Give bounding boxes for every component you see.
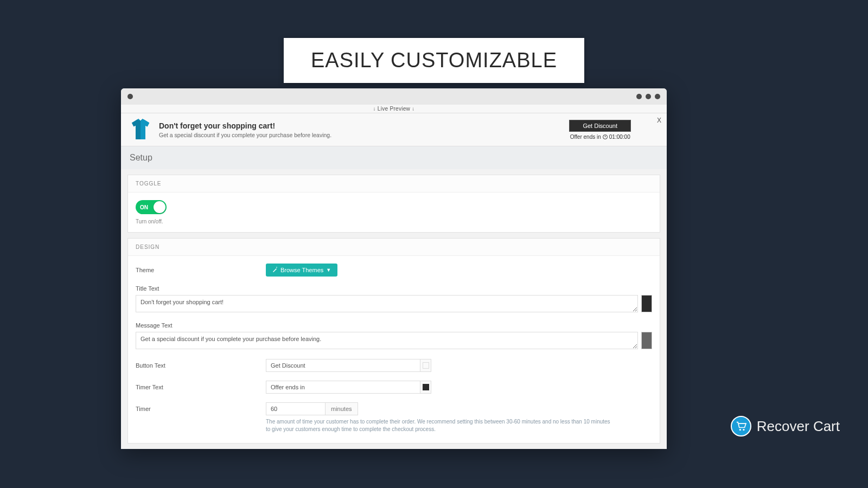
message-text-input[interactable]: Get a special discount if you complete y…	[136, 332, 638, 349]
magic-wand-icon	[272, 267, 278, 273]
preview-title: Don't forget your shopping cart!	[159, 121, 569, 130]
toggle-panel: TOGGLE ON Turn on/off.	[127, 175, 660, 233]
preview-subtitle: Get a special discount if you complete y…	[159, 132, 569, 138]
design-section-title: DESIGN	[128, 239, 660, 256]
browser-chrome	[121, 88, 667, 105]
button-text-row: Button Text	[136, 359, 652, 372]
button-text-input[interactable]	[266, 359, 420, 372]
browser-window: ↓ Live Preview ↓ Don't forget your shopp…	[121, 88, 667, 449]
theme-label: Theme	[136, 264, 266, 273]
message-text-color-swatch[interactable]	[641, 332, 652, 349]
title-text-row: Title Text Don't forget your shopping ca…	[136, 285, 652, 312]
get-discount-button[interactable]: Get Discount	[569, 120, 631, 132]
window-dot	[636, 94, 642, 99]
timer-unit: minutes	[326, 402, 358, 415]
arrow-down-icon: ↓	[373, 106, 375, 112]
svg-point-1	[743, 429, 744, 431]
button-text-label: Button Text	[136, 359, 266, 369]
message-text-label: Message Text	[136, 322, 652, 329]
arrow-down-icon: ↓	[412, 106, 414, 112]
headline-text: Easily customizable	[311, 49, 557, 72]
toggle-section-title: TOGGLE	[128, 175, 660, 192]
timer-text-input[interactable]	[266, 381, 420, 394]
brand-logo: Recover Cart	[731, 416, 840, 436]
timer-help-text: The amount of time your customer has to …	[266, 418, 613, 433]
live-preview-bar: ↓ Live Preview ↓	[121, 105, 667, 113]
timer-text-row: Timer Text	[136, 381, 652, 394]
window-dot	[655, 94, 660, 99]
window-dot	[127, 94, 133, 99]
setup-heading: Setup	[121, 146, 667, 169]
svg-point-0	[739, 429, 741, 431]
timer-prefix: Offer ends in	[570, 134, 601, 140]
enable-toggle[interactable]: ON	[136, 200, 167, 214]
title-text-input[interactable]: Don't forget your shopping cart!	[136, 295, 638, 312]
theme-row: Theme Browse Themes ▼	[136, 264, 652, 277]
toggle-state-label: ON	[140, 204, 148, 210]
headline-card: Easily customizable	[284, 38, 584, 83]
design-panel: DESIGN Theme Browse Themes ▼ Title Text	[127, 238, 660, 444]
cart-icon	[731, 416, 751, 436]
brand-text: Recover Cart	[757, 418, 840, 435]
browse-themes-label: Browse Themes	[280, 267, 323, 273]
timer-text-label: Timer Text	[136, 381, 266, 390]
tshirt-icon	[130, 118, 151, 142]
title-text-color-swatch[interactable]	[641, 295, 652, 312]
live-preview-label: Live Preview	[378, 106, 410, 112]
timer-row: Timer minutes The amount of time your cu…	[136, 402, 652, 433]
brand-name-light: Recover	[757, 418, 809, 434]
brand-name-bold: Cart	[813, 418, 840, 434]
preview-text-block: Don't forget your shopping cart! Get a s…	[159, 121, 569, 138]
timer-value: 01:00:00	[609, 134, 630, 140]
close-icon[interactable]: X	[657, 117, 661, 124]
title-text-label: Title Text	[136, 285, 652, 292]
toggle-knob	[154, 201, 165, 213]
window-dot	[646, 94, 651, 99]
timer-label: Timer	[136, 402, 266, 412]
browse-themes-button[interactable]: Browse Themes ▼	[266, 264, 337, 277]
caret-down-icon: ▼	[326, 267, 331, 273]
toggle-help: Turn on/off.	[136, 219, 652, 224]
preview-banner: Don't forget your shopping cart! Get a s…	[121, 113, 667, 146]
preview-cta-block: Get Discount Offer ends in 01:00:00	[569, 120, 631, 140]
timer-text-color-swatch[interactable]	[420, 381, 431, 394]
message-text-row: Message Text Get a special discount if y…	[136, 322, 652, 349]
button-text-color-swatch[interactable]	[420, 359, 431, 372]
clock-icon	[603, 134, 608, 139]
offer-timer: Offer ends in 01:00:00	[570, 134, 630, 140]
timer-value-input[interactable]	[266, 402, 326, 415]
